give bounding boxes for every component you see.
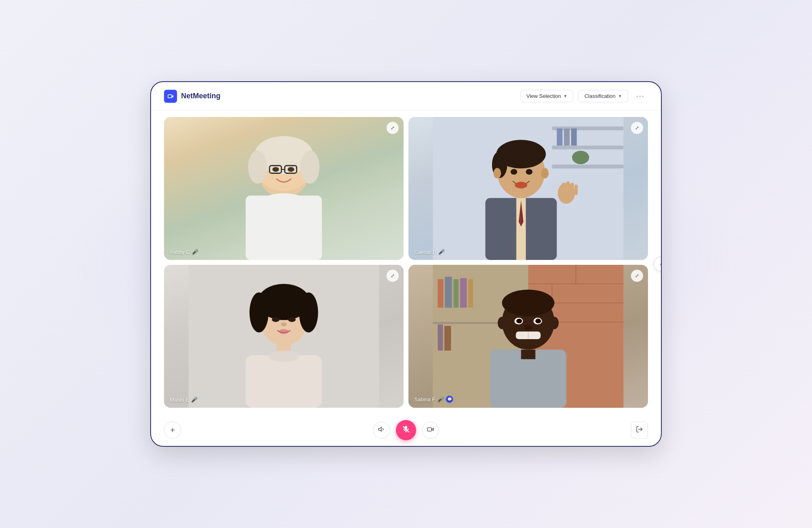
participant-label-mabel: Mabel E 🎤 (170, 396, 198, 403)
mute-microphone-button[interactable] (396, 420, 416, 440)
view-selection-button[interactable]: View Selection ▼ (520, 90, 574, 102)
svg-point-44 (281, 322, 287, 326)
mic-icon-aabby: 🎤 (192, 249, 199, 255)
svg-point-23 (493, 168, 501, 179)
svg-rect-14 (552, 145, 624, 149)
svg-rect-53 (454, 279, 459, 307)
device-frame: ‹ NetMeeting View Selection ▼ Classifica… (150, 81, 662, 447)
svg-point-75 (524, 325, 532, 331)
expand-button-caesar[interactable]: ⤢ (631, 122, 643, 134)
add-icon: + (170, 426, 175, 435)
svg-rect-34 (570, 183, 574, 196)
app-name: NetMeeting (181, 92, 220, 100)
toolbar-center (373, 420, 439, 440)
view-selection-label: View Selection (527, 93, 561, 99)
leave-icon (636, 426, 643, 435)
video-cell-aabby: ⤢ Aabby C 🎤 (164, 117, 404, 260)
video-bg-caesar (408, 117, 648, 260)
more-dots: ··· (636, 92, 645, 100)
mic-icon-sabina: 🎤 (437, 396, 444, 402)
svg-rect-55 (468, 279, 473, 307)
svg-rect-82 (428, 428, 432, 431)
classification-label: Classification (584, 93, 615, 99)
svg-point-48 (268, 351, 299, 362)
svg-point-41 (260, 295, 307, 316)
expand-button-mabel[interactable]: ⤢ (387, 270, 399, 282)
notification-badge-sabina: 💬 (446, 396, 453, 403)
video-grid: ⤢ Aabby C 🎤 (151, 110, 661, 414)
svg-point-71 (516, 319, 522, 324)
svg-point-19 (572, 151, 589, 164)
classification-button[interactable]: Classification ▼ (578, 90, 628, 102)
svg-point-67 (498, 317, 506, 329)
svg-rect-13 (552, 126, 624, 130)
svg-marker-78 (379, 427, 382, 432)
participant-name-caesar: Caesar D (414, 249, 436, 255)
video-icon (427, 426, 434, 435)
video-cell-sabina: ⤢ Sabina F 🎤 💬 (408, 265, 648, 408)
video-bg-aabby (164, 117, 404, 260)
svg-rect-15 (552, 164, 624, 168)
video-cell-mabel: ⤢ Mabel E 🎤 (164, 265, 404, 408)
participant-label-aabby: Aabby C 🎤 (170, 249, 199, 255)
video-cell-caesar: ⤢ Caesar D 🎤 (408, 117, 648, 260)
video-bg-mabel (164, 265, 404, 408)
add-participant-button[interactable]: + (164, 422, 181, 439)
header: NetMeeting View Selection ▼ Classificati… (151, 82, 661, 110)
person-silhouette-caesar (408, 117, 648, 260)
chevron-down-icon: ▼ (564, 94, 568, 98)
svg-rect-54 (460, 278, 466, 308)
person-silhouette-sabina (408, 265, 648, 408)
toolbar-left: + (164, 422, 181, 439)
svg-rect-35 (574, 185, 578, 195)
expand-button-aabby[interactable]: ⤢ (387, 122, 399, 134)
toolbar-right (631, 422, 648, 439)
svg-point-43 (288, 317, 296, 322)
svg-rect-57 (438, 325, 443, 351)
toolbar: + (151, 414, 661, 446)
svg-point-66 (502, 290, 554, 316)
svg-point-8 (272, 167, 279, 172)
mic-icon-mabel: 🎤 (191, 396, 198, 403)
svg-rect-58 (444, 326, 451, 351)
svg-rect-32 (561, 183, 565, 196)
svg-rect-52 (445, 277, 452, 307)
svg-point-9 (287, 167, 294, 172)
video-toggle-button[interactable] (422, 422, 439, 439)
svg-rect-11 (246, 196, 322, 260)
logo-area: NetMeeting (164, 90, 220, 103)
more-options-button[interactable]: ··· (633, 89, 648, 103)
svg-rect-51 (438, 279, 443, 307)
mic-muted-icon-caesar: 🎤 (438, 249, 445, 255)
svg-point-68 (550, 317, 559, 329)
svg-point-72 (536, 319, 541, 324)
svg-point-24 (541, 168, 549, 179)
person-silhouette-mabel (164, 265, 404, 408)
svg-point-42 (272, 317, 280, 322)
svg-rect-33 (566, 181, 570, 195)
svg-rect-47 (246, 355, 322, 408)
participant-label-sabina: Sabina F 🎤 💬 (414, 396, 453, 403)
svg-rect-18 (571, 128, 577, 145)
svg-point-27 (515, 182, 527, 188)
svg-rect-16 (557, 128, 562, 145)
volume-icon (378, 426, 385, 435)
chevron-down-icon-2: ▼ (618, 94, 622, 98)
svg-point-4 (300, 150, 320, 184)
svg-point-25 (511, 169, 517, 175)
participant-name-aabby: Aabby C (170, 249, 190, 255)
person-silhouette-aabby (164, 117, 404, 260)
expand-button-sabina[interactable]: ⤢ (631, 270, 643, 282)
leave-meeting-button[interactable] (631, 422, 648, 439)
volume-button[interactable] (373, 422, 390, 439)
participant-name-mabel: Mabel E (170, 397, 189, 403)
video-camera-icon (167, 93, 174, 100)
video-bg-sabina (408, 265, 648, 408)
participant-name-sabina: Sabina F (414, 396, 435, 402)
svg-rect-17 (564, 128, 570, 145)
svg-point-26 (526, 169, 532, 175)
badge-icon: 💬 (447, 397, 452, 401)
mic-mute-icon (402, 425, 410, 435)
svg-point-3 (248, 150, 267, 184)
svg-rect-77 (521, 350, 535, 359)
